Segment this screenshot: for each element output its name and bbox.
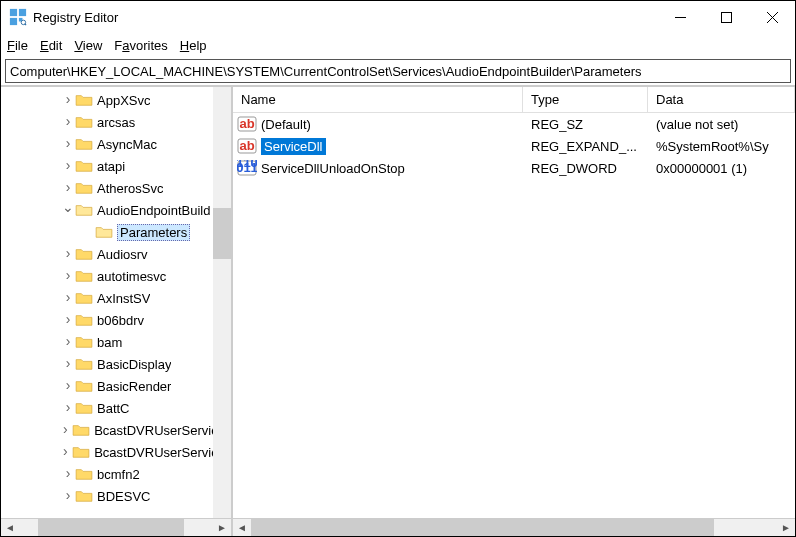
tree-item[interactable]: arcsas	[1, 111, 213, 133]
col-name[interactable]: Name	[233, 87, 523, 112]
tree-item[interactable]: BDESVC	[1, 485, 213, 507]
svg-rect-7	[721, 12, 731, 22]
tree-item-label: autotimesvc	[97, 269, 166, 284]
tree-item-label: atapi	[97, 159, 125, 174]
window-title: Registry Editor	[33, 10, 118, 25]
value-type: REG_SZ	[523, 117, 648, 132]
scroll-right-icon[interactable]: ►	[777, 519, 795, 537]
tree-item-label: BcastDVRUserServic	[94, 445, 213, 460]
tree-item[interactable]: b06bdrv	[1, 309, 213, 331]
close-button[interactable]	[749, 1, 795, 33]
titlebar: Registry Editor	[1, 1, 795, 33]
address-text: Computer\HKEY_LOCAL_MACHINE\SYSTEM\Curre…	[10, 64, 641, 79]
expand-icon[interactable]	[61, 92, 75, 108]
tree-item-label: AppXSvc	[97, 93, 150, 108]
list-row[interactable]: ab(Default)REG_SZ(value not set)	[233, 113, 795, 135]
expand-icon[interactable]	[59, 422, 72, 438]
value-name: (Default)	[261, 117, 311, 132]
values-list[interactable]: Name Type Data ab(Default)REG_SZ(value n…	[233, 87, 795, 518]
expand-icon[interactable]	[61, 466, 75, 482]
list-header[interactable]: Name Type Data	[233, 87, 795, 113]
tree-item-label: Parameters	[117, 224, 190, 241]
tree-item-label: AxInstSV	[97, 291, 150, 306]
tree-item-label: BasicDisplay	[97, 357, 171, 372]
tree-item[interactable]: Audiosrv	[1, 243, 213, 265]
value-type: REG_DWORD	[523, 161, 648, 176]
menubar: File Edit View Favorites Help	[1, 33, 795, 57]
tree-item[interactable]: autotimesvc	[1, 265, 213, 287]
tree-item-label: AudioEndpointBuild	[97, 203, 210, 218]
svg-rect-0	[10, 9, 17, 16]
value-type: REG_EXPAND_...	[523, 139, 648, 154]
tree-vscroll[interactable]	[213, 87, 231, 518]
value-data: (value not set)	[648, 117, 795, 132]
svg-text:ab: ab	[239, 116, 254, 131]
value-name: ServiceDll	[261, 138, 326, 155]
expand-icon[interactable]	[61, 356, 75, 372]
tree-item-label: bam	[97, 335, 122, 350]
tree-item-label: BDESVC	[97, 489, 150, 504]
menu-help[interactable]: Help	[180, 38, 207, 53]
expand-icon[interactable]	[61, 378, 75, 394]
svg-line-5	[25, 24, 26, 25]
svg-text:011110: 011110	[237, 160, 257, 175]
col-data[interactable]: Data	[648, 87, 795, 112]
expand-icon[interactable]	[61, 488, 75, 504]
tree-item-label: b06bdrv	[97, 313, 144, 328]
expand-icon[interactable]	[61, 202, 75, 218]
values-hscroll[interactable]: ◄ ►	[233, 518, 795, 536]
address-bar[interactable]: Computer\HKEY_LOCAL_MACHINE\SYSTEM\Curre…	[5, 59, 791, 83]
tree-item-label: arcsas	[97, 115, 135, 130]
tree-item[interactable]: BasicRender	[1, 375, 213, 397]
tree-item[interactable]: AxInstSV	[1, 287, 213, 309]
menu-file[interactable]: File	[7, 38, 28, 53]
tree-item[interactable]: AsyncMac	[1, 133, 213, 155]
expand-icon[interactable]	[61, 180, 75, 196]
maximize-button[interactable]	[703, 1, 749, 33]
list-row[interactable]: 011110ServiceDllUnloadOnStopREG_DWORD0x0…	[233, 157, 795, 179]
svg-rect-2	[10, 18, 17, 25]
expand-icon[interactable]	[61, 268, 75, 284]
scroll-right-icon[interactable]: ►	[213, 519, 231, 537]
expand-icon[interactable]	[61, 312, 75, 328]
expand-icon[interactable]	[61, 246, 75, 262]
tree-pane: AppXSvcarcsasAsyncMacatapiAtherosSvcAudi…	[1, 87, 233, 536]
expand-icon[interactable]	[61, 334, 75, 350]
tree-item[interactable]: AppXSvc	[1, 89, 213, 111]
tree-item[interactable]: Parameters	[1, 221, 213, 243]
tree-item[interactable]: BattC	[1, 397, 213, 419]
scroll-left-icon[interactable]: ◄	[1, 519, 19, 537]
menu-view[interactable]: View	[74, 38, 102, 53]
tree-item[interactable]: BasicDisplay	[1, 353, 213, 375]
tree-item[interactable]: bam	[1, 331, 213, 353]
tree-item-label: BcastDVRUserServic	[94, 423, 213, 438]
tree-item[interactable]: BcastDVRUserServic	[1, 419, 213, 441]
registry-tree[interactable]: AppXSvcarcsasAsyncMacatapiAtherosSvcAudi…	[1, 87, 213, 518]
list-row[interactable]: abServiceDllREG_EXPAND_...%SystemRoot%\S…	[233, 135, 795, 157]
minimize-button[interactable]	[657, 1, 703, 33]
menu-favorites[interactable]: Favorites	[114, 38, 167, 53]
svg-text:ab: ab	[239, 138, 254, 153]
expand-icon[interactable]	[61, 400, 75, 416]
value-data: %SystemRoot%\Sy	[648, 139, 795, 154]
expand-icon[interactable]	[59, 444, 72, 460]
tree-item[interactable]: bcmfn2	[1, 463, 213, 485]
tree-hscroll[interactable]: ◄ ►	[1, 518, 231, 536]
tree-item[interactable]: BcastDVRUserServic	[1, 441, 213, 463]
regedit-icon	[9, 8, 27, 26]
svg-rect-1	[19, 9, 26, 16]
tree-item-label: BattC	[97, 401, 130, 416]
expand-icon[interactable]	[61, 158, 75, 174]
col-type[interactable]: Type	[523, 87, 648, 112]
scroll-left-icon[interactable]: ◄	[233, 519, 251, 537]
value-data: 0x00000001 (1)	[648, 161, 795, 176]
tree-item[interactable]: AudioEndpointBuild	[1, 199, 213, 221]
tree-item-label: AtherosSvc	[97, 181, 163, 196]
tree-item[interactable]: atapi	[1, 155, 213, 177]
tree-item-label: AsyncMac	[97, 137, 157, 152]
tree-item[interactable]: AtherosSvc	[1, 177, 213, 199]
expand-icon[interactable]	[61, 290, 75, 306]
menu-edit[interactable]: Edit	[40, 38, 62, 53]
expand-icon[interactable]	[61, 114, 75, 130]
expand-icon[interactable]	[61, 136, 75, 152]
